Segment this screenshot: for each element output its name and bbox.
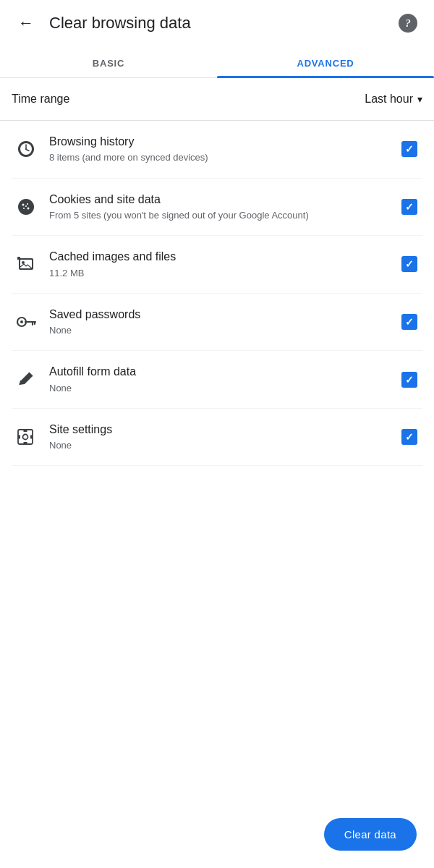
checkbox-checked-icon: ✓ xyxy=(401,199,417,215)
item-subtitle: From 5 sites (you won't be signed out of… xyxy=(49,209,388,222)
checkbox-checked-icon: ✓ xyxy=(401,429,417,445)
svg-rect-20 xyxy=(24,430,27,432)
checkbox-cached[interactable]: ✓ xyxy=(396,256,422,272)
gear-icon xyxy=(12,427,41,446)
list-item[interactable]: Autofill form data None ✓ xyxy=(12,351,422,409)
item-title: Autofill form data xyxy=(49,364,388,380)
checkbox-site-settings[interactable]: ✓ xyxy=(396,429,422,445)
item-title: Site settings xyxy=(49,422,388,438)
svg-point-6 xyxy=(23,208,25,209)
list-item[interactable]: Browsing history 8 items (and more on sy… xyxy=(12,121,422,179)
item-subtitle: 8 items (and more on synced devices) xyxy=(49,151,388,164)
item-title: Cookies and site data xyxy=(49,192,388,208)
list-item[interactable]: Site settings None ✓ xyxy=(12,409,422,467)
checkbox-passwords[interactable]: ✓ xyxy=(396,314,422,330)
checkbox-checked-icon: ✓ xyxy=(401,256,417,272)
item-content: Cookies and site data From 5 sites (you … xyxy=(41,192,396,223)
checkbox-autofill[interactable]: ✓ xyxy=(396,372,422,388)
items-list: Browsing history 8 items (and more on sy… xyxy=(0,121,434,466)
checkbox-checked-icon: ✓ xyxy=(401,314,417,330)
item-title: Browsing history xyxy=(49,134,388,150)
svg-rect-22 xyxy=(18,435,20,439)
time-range-row[interactable]: Time range Last hour ▾ xyxy=(0,78,434,121)
svg-point-19 xyxy=(23,435,28,440)
header: ← Clear browsing data ? xyxy=(0,0,434,46)
item-subtitle: None xyxy=(49,324,388,337)
svg-rect-21 xyxy=(24,442,27,444)
item-subtitle: 11.2 MB xyxy=(49,267,388,280)
clock-icon xyxy=(12,140,41,158)
svg-rect-23 xyxy=(30,435,33,439)
svg-rect-12 xyxy=(17,257,20,260)
key-icon xyxy=(12,312,41,331)
pencil-icon xyxy=(12,370,41,389)
time-range-dropdown[interactable]: Last hour ▾ xyxy=(365,93,422,106)
tab-basic[interactable]: BASIC xyxy=(0,46,217,77)
svg-point-14 xyxy=(20,320,23,323)
svg-point-11 xyxy=(22,261,25,264)
item-title: Saved passwords xyxy=(49,307,388,323)
checkbox-checked-icon: ✓ xyxy=(401,372,417,388)
bottom-action-area: Clear data xyxy=(324,818,417,851)
item-subtitle: None xyxy=(49,382,388,395)
item-content: Cached images and files 11.2 MB xyxy=(41,249,396,280)
help-button[interactable]: ? xyxy=(393,9,422,38)
item-subtitle: None xyxy=(49,439,388,452)
tab-advanced[interactable]: ADVANCED xyxy=(217,46,434,77)
list-item[interactable]: Cookies and site data From 5 sites (you … xyxy=(12,179,422,237)
time-range-label: Time range xyxy=(12,93,365,106)
clear-data-button[interactable]: Clear data xyxy=(324,818,417,851)
image-icon xyxy=(12,255,41,273)
tabs-bar: BASIC ADVANCED xyxy=(0,46,434,78)
chevron-down-icon: ▾ xyxy=(417,93,422,105)
svg-point-8 xyxy=(25,205,27,207)
back-button[interactable]: ← xyxy=(12,9,41,38)
item-title: Cached images and files xyxy=(49,249,388,265)
svg-point-5 xyxy=(27,203,28,205)
back-arrow-icon: ← xyxy=(18,14,34,33)
checkbox-cookies[interactable]: ✓ xyxy=(396,199,422,215)
item-content: Site settings None xyxy=(41,422,396,453)
checkbox-browsing-history[interactable]: ✓ xyxy=(396,141,422,157)
list-item[interactable]: Cached images and files 11.2 MB ✓ xyxy=(12,236,422,294)
list-item[interactable]: Saved passwords None ✓ xyxy=(12,294,422,352)
checkbox-checked-icon: ✓ xyxy=(401,141,417,157)
svg-point-7 xyxy=(27,207,30,209)
time-range-value-text: Last hour xyxy=(365,93,413,106)
help-icon: ? xyxy=(399,14,417,33)
page-title: Clear browsing data xyxy=(49,14,393,33)
svg-point-2 xyxy=(25,148,27,150)
item-content: Saved passwords None xyxy=(41,307,396,338)
cookie-icon xyxy=(12,197,41,216)
svg-point-4 xyxy=(22,203,25,205)
item-content: Autofill form data None xyxy=(41,364,396,395)
item-content: Browsing history 8 items (and more on sy… xyxy=(41,134,396,165)
